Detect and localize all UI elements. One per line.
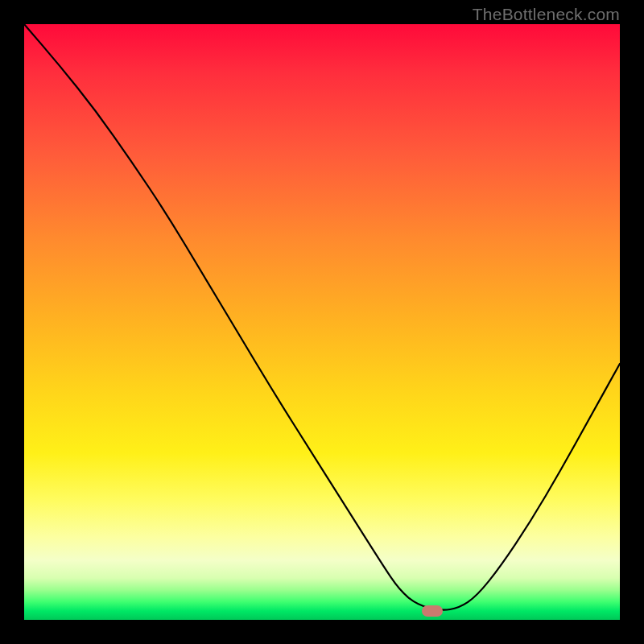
curve-svg [24,24,620,620]
chart-frame: TheBottleneck.com [0,0,644,644]
plot-area [24,24,620,620]
highlight-marker [422,605,443,617]
bottleneck-curve [24,24,620,610]
watermark-text: TheBottleneck.com [473,5,620,24]
